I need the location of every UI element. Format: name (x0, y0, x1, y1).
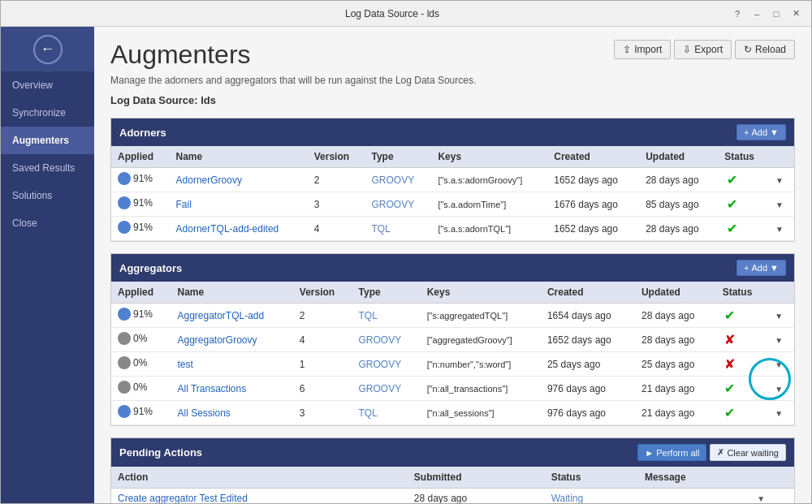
aggregators-title: Aggregators (119, 262, 182, 274)
perform-all-button[interactable]: ► Perform all (637, 444, 706, 461)
adorners-add-chevron: ▼ (770, 127, 779, 137)
page-subtitle: Manage the adorners and aggregators that… (110, 75, 795, 86)
adorners-col-created: Created (547, 146, 639, 168)
sidebar-item-saved-results[interactable]: Saved Results (1, 154, 94, 182)
row-dropdown-arrow[interactable]: ▼ (775, 360, 783, 369)
pending-col-status: Status (545, 467, 638, 489)
adorners-col-keys: Keys (431, 146, 547, 168)
pending-action-name-0[interactable]: Create aggregator Test Edited (111, 489, 408, 504)
adorners-section: Adorners + Add ▼ Applied Name Version Ty… (110, 118, 795, 242)
adorner-created-0: 1652 days ago (547, 168, 639, 192)
adorner-name-2[interactable]: AdornerTQL-add-edited (170, 217, 308, 241)
header-toolbar: ⇪ Import ⇩ Export ↻ Reload (614, 40, 795, 59)
aggregators-table: Applied Name Version Type Keys Created U… (111, 282, 794, 425)
close-button[interactable]: ✕ (787, 5, 805, 23)
applied-badge-icon (118, 332, 131, 345)
table-row: Create aggregator Test Edited 28 days ag… (111, 489, 794, 504)
adorner-action-2[interactable]: ▼ (769, 217, 794, 241)
back-button[interactable]: ← (1, 27, 94, 71)
adorner-applied-2: 91% (111, 217, 170, 241)
pending-action-arrow-0[interactable]: ▼ (750, 489, 794, 504)
status-green-icon: ✔ (723, 308, 737, 323)
agg-action-3[interactable]: ▼ (768, 377, 794, 401)
agg-action-2[interactable]: ▼ (768, 352, 794, 377)
maximize-button[interactable]: □ (767, 5, 785, 23)
adorner-name-0[interactable]: AdornerGroovy (170, 168, 308, 192)
adorner-created-2: 1652 days ago (547, 217, 639, 241)
adorner-status-1: ✔ (718, 192, 769, 217)
adorner-updated-0: 28 days ago (639, 168, 718, 192)
adorner-action-1[interactable]: ▼ (769, 192, 794, 217)
status-green-icon: ✔ (724, 173, 739, 187)
agg-name-4[interactable]: All Sessions (171, 401, 292, 425)
table-row: 91% AggregatorTQL-add 2 TQL ["s:aggregat… (111, 304, 794, 328)
agg-action-0[interactable]: ▼ (768, 304, 794, 328)
pending-message-0 (638, 489, 750, 504)
help-button[interactable]: ? (728, 5, 746, 23)
adorner-action-0[interactable]: ▼ (769, 168, 794, 192)
adorner-keys-0: ["s.a.s:adornGroovy"] (431, 168, 547, 192)
table-row: 0% AggregatorGroovy 4 GROOVY ["aggregate… (111, 328, 794, 352)
adorner-updated-2: 28 days ago (639, 217, 718, 241)
pending-buttons: ► Perform all ✗ Clear waiting (637, 444, 786, 461)
export-button[interactable]: ⇩ Export (674, 40, 732, 59)
minimize-button[interactable]: – (748, 5, 766, 23)
agg-name-0[interactable]: AggregatorTQL-add (171, 304, 292, 328)
window: Log Data Source - lds ? – □ ✕ ← Overview… (0, 0, 812, 504)
adorners-col-version: Version (308, 146, 365, 168)
sidebar-item-augmenters[interactable]: Augmenters (1, 127, 94, 154)
adorners-add-icon: + (744, 127, 749, 137)
agg-col-action (768, 282, 794, 304)
adorner-name-1[interactable]: Fail (170, 192, 308, 217)
row-dropdown-arrow[interactable]: ▼ (775, 385, 783, 394)
row-dropdown-arrow[interactable]: ▼ (757, 494, 765, 503)
applied-badge-icon (118, 381, 131, 394)
row-dropdown-arrow[interactable]: ▼ (775, 312, 783, 321)
table-row: 91% All Sessions 3 TQL ["n:all_sessions"… (111, 401, 794, 425)
import-button[interactable]: ⇪ Import (614, 40, 671, 59)
row-dropdown-arrow[interactable]: ▼ (775, 176, 784, 185)
adorner-status-2: ✔ (718, 217, 769, 241)
agg-name-2[interactable]: test (171, 352, 292, 377)
reload-button[interactable]: ↻ Reload (735, 40, 795, 59)
status-green-icon: ✔ (724, 222, 739, 236)
pending-col-message: Message (638, 467, 750, 489)
aggregators-add-button[interactable]: + Add ▼ (736, 260, 786, 276)
adorners-col-applied: Applied (111, 146, 170, 168)
row-dropdown-arrow[interactable]: ▼ (775, 409, 783, 418)
sidebar-item-overview[interactable]: Overview (1, 71, 94, 99)
row-dropdown-arrow[interactable]: ▼ (775, 200, 784, 209)
pending-actions-section: Pending Actions ► Perform all ✗ Clear wa… (110, 437, 795, 503)
agg-action-1[interactable]: ▼ (768, 328, 794, 352)
table-row: 0% All Transactions 6 GROOVY ["n:all_tra… (111, 377, 794, 401)
window-controls: ? – □ ✕ (728, 5, 805, 23)
table-row: 91% AdornerTQL-add-edited 4 TQL ["s.a.s:… (111, 217, 794, 241)
aggregators-add-chevron: ▼ (770, 263, 779, 273)
aggregators-add-icon: + (744, 263, 749, 273)
adorner-keys-2: ["s.a.s:adornTQL"] (431, 217, 547, 241)
adorner-type-2: TQL (365, 217, 432, 241)
agg-name-3[interactable]: All Transactions (171, 377, 292, 401)
sidebar-item-synchronize[interactable]: Synchronize (1, 99, 94, 127)
agg-col-created: Created (541, 282, 635, 304)
agg-col-status: Status (716, 282, 769, 304)
sidebar-item-solutions[interactable]: Solutions (1, 182, 94, 209)
pending-col-empty (750, 467, 794, 489)
applied-badge-icon (118, 172, 131, 185)
adorners-table: Applied Name Version Type Keys Created U… (111, 146, 794, 241)
adorner-version-1: 3 (308, 192, 365, 217)
clear-waiting-button[interactable]: ✗ Clear waiting (710, 444, 786, 461)
agg-name-1[interactable]: AggregatorGroovy (171, 328, 292, 352)
row-dropdown-arrow[interactable]: ▼ (775, 225, 784, 234)
sidebar-item-close[interactable]: Close (1, 209, 94, 237)
aggregators-section: Aggregators + Add ▼ Applied Name Version… (110, 253, 795, 426)
adorners-add-button[interactable]: + Add ▼ (736, 124, 786, 140)
agg-action-4[interactable]: ▼ (768, 401, 794, 425)
pending-status-0: Waiting (545, 489, 638, 504)
table-row: 0% test 1 GROOVY ["n:number","s:word"] 2… (111, 352, 794, 377)
row-dropdown-arrow[interactable]: ▼ (775, 336, 783, 345)
back-circle-icon: ← (33, 35, 63, 64)
adorner-applied-0: 91% (111, 168, 170, 192)
adorner-applied-1: 91% (111, 192, 170, 217)
title-bar: Log Data Source - lds ? – □ ✕ (1, 1, 811, 27)
